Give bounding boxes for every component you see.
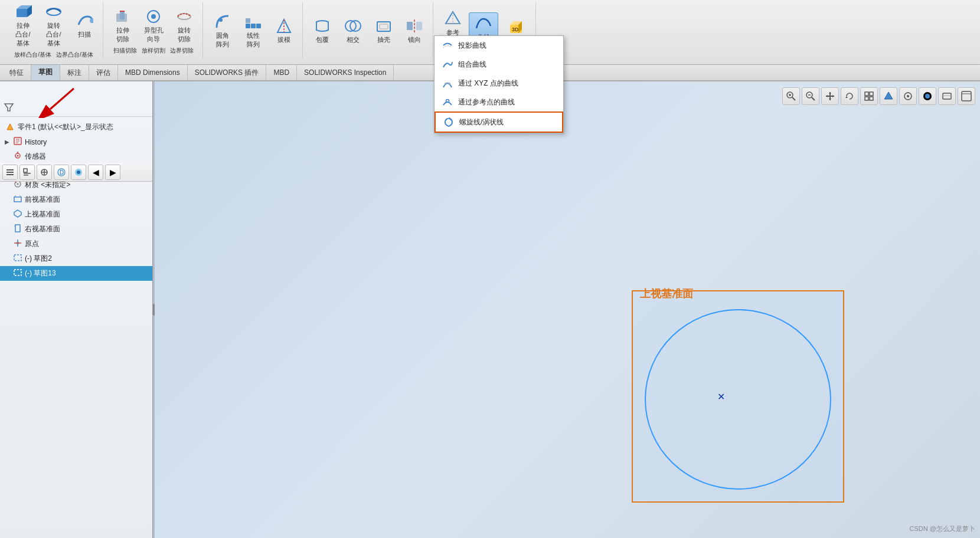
- revolve-cut-btn[interactable]: 旋转 切除: [169, 6, 199, 45]
- red-arrow-annotation: [38, 83, 86, 120]
- scene-btn[interactable]: [938, 87, 956, 105]
- toolbar-row-2: 放样凸台/基体 边界凸台/基体: [12, 50, 95, 60]
- pan-btn[interactable]: [821, 87, 839, 105]
- svg-rect-33: [6, 172, 14, 173]
- intersect-icon: [344, 17, 362, 35]
- toolbar-row-4: 扫描切除 放样切割 边界切除: [112, 46, 195, 55]
- svg-rect-80: [865, 92, 868, 96]
- watermark-text: CSDN @怎么又是萝卜: [910, 525, 975, 532]
- curves-icon: [474, 14, 493, 33]
- top-plane-icon: [13, 209, 22, 220]
- tree-item-sensor[interactable]: 传感器: [0, 149, 152, 164]
- drawing-circle: [645, 309, 831, 490]
- property-manager-btn[interactable]: [19, 165, 35, 180]
- projection-curve-label: 投影曲线: [458, 41, 486, 51]
- config-manager-btn[interactable]: [37, 165, 52, 180]
- view-orient-btn[interactable]: [860, 87, 878, 105]
- rotate-btn[interactable]: [841, 87, 858, 105]
- loft-cut-btn[interactable]: 放样切割: [140, 46, 167, 55]
- extrude-cut-btn[interactable]: 拉伸 切除: [108, 6, 138, 45]
- display-style-btn[interactable]: [880, 87, 897, 105]
- svg-point-88: [925, 94, 930, 99]
- tab-mbd[interactable]: MBD: [266, 65, 297, 80]
- appearance-vp-btn[interactable]: [919, 87, 936, 105]
- refpoint-curve-label: 通过参考点的曲线: [458, 97, 515, 107]
- right-toolbar: [778, 81, 980, 111]
- svg-rect-32: [6, 169, 14, 170]
- dim-expert-btn[interactable]: D: [54, 165, 69, 180]
- dropdown-item-xyz-curve[interactable]: 通过 XYZ 点的曲线: [435, 74, 563, 93]
- svg-marker-60: [14, 210, 21, 217]
- part-name-label: 零件1 (默认<<默认>_显示状态: [18, 122, 113, 132]
- tab-mbd-dimensions[interactable]: MBD Dimensions: [118, 65, 188, 80]
- search-zoom-btn[interactable]: [782, 87, 800, 105]
- draft-btn[interactable]: 拔模: [269, 15, 299, 45]
- appearance-btn[interactable]: [71, 165, 86, 180]
- dropdown-item-composite-curve[interactable]: 组合曲线: [435, 55, 563, 74]
- revolve-boss-label: 旋转: [47, 21, 60, 30]
- intersect-btn[interactable]: 相交: [338, 15, 368, 45]
- curves-dropdown-menu: 投影曲线 组合曲线 通过 XYZ 点的曲线 通过参考点的曲线 螺旋线/涡状线: [434, 35, 564, 133]
- tab-annotation[interactable]: 标注: [60, 65, 89, 80]
- sketch2-label: (-) 草图2: [25, 254, 52, 264]
- sensor-icon: [13, 151, 22, 162]
- tree-item-sketch13[interactable]: (-) 草图13: [0, 266, 152, 281]
- tree-item-history[interactable]: ▶ History: [0, 134, 152, 149]
- fillet-btn[interactable]: 圆角 阵列: [208, 11, 237, 50]
- tab-solidworks-inspection[interactable]: SOLIDWORKS Inspection: [297, 65, 394, 80]
- tree-item-origin[interactable]: 原点: [0, 237, 152, 251]
- drawing-viewport-box: 上视基准面 ✕: [632, 290, 844, 503]
- dropdown-item-projection-curve[interactable]: 投影曲线: [435, 36, 563, 55]
- view-settings-btn[interactable]: [958, 87, 975, 105]
- nav-forward-btn[interactable]: ▶: [105, 165, 120, 180]
- revolve-boss-btn[interactable]: 旋转 凸台/ 基体: [39, 1, 68, 49]
- dropdown-item-refpoint-curve[interactable]: 通过参考点的曲线: [435, 93, 563, 111]
- tree-item-sketch2[interactable]: (-) 草图2: [0, 251, 152, 266]
- linear-pattern-btn[interactable]: 线性 阵列: [239, 11, 268, 50]
- zoom-fit-btn[interactable]: [802, 87, 819, 105]
- boundary-cut-btn[interactable]: 边界切除: [168, 46, 195, 55]
- front-plane-label: 前视基准面: [25, 195, 60, 205]
- svg-rect-83: [870, 97, 873, 100]
- tab-sketch[interactable]: 草图: [31, 65, 60, 80]
- instant3d-icon: 3D: [507, 18, 525, 37]
- drawing-box-label: 上视基准面: [639, 287, 694, 301]
- linear-pattern-icon: [244, 12, 263, 31]
- sweep-btn[interactable]: 扫描: [70, 10, 99, 40]
- hide-show-btn[interactable]: [899, 87, 917, 105]
- watermark: CSDN @怎么又是萝卜: [910, 524, 975, 533]
- svg-point-52: [17, 155, 19, 157]
- boundary-boss-btn[interactable]: 边界凸台/基体: [54, 50, 95, 60]
- sweep-icon: [75, 11, 94, 30]
- tab-solidworks-addins[interactable]: SOLIDWORKS 插件: [188, 65, 267, 80]
- mirror-btn[interactable]: 镜向: [400, 15, 429, 45]
- helix-label: 螺旋线/涡状线: [459, 117, 504, 127]
- svg-point-44: [77, 170, 80, 174]
- svg-rect-57: [14, 197, 21, 202]
- nav-back-btn[interactable]: ◀: [88, 165, 103, 180]
- dropdown-item-helix[interactable]: 螺旋线/涡状线: [435, 111, 563, 133]
- sweep-cut-label: 扫描切除: [113, 47, 137, 55]
- tree-item-front-plane[interactable]: 前视基准面: [0, 192, 152, 207]
- wrap-btn[interactable]: 包覆: [308, 15, 337, 45]
- shell-btn[interactable]: 抽壳: [369, 15, 398, 45]
- svg-point-56: [15, 182, 17, 183]
- svg-point-86: [907, 95, 909, 97]
- svg-marker-77: [826, 95, 828, 97]
- extrude-boss-btn[interactable]: 拉伸 凸台/ 基体: [8, 1, 38, 49]
- extrude-boss-label: 拉伸: [17, 21, 30, 30]
- svg-marker-76: [829, 99, 831, 100]
- feature-group-3: 圆角 阵列 线性 阵列 拔模: [204, 2, 303, 58]
- part-title: 零件1 (默认<<默认>_显示状态: [0, 119, 152, 134]
- tree-item-top-plane[interactable]: 上视基准面: [0, 207, 152, 222]
- sweep-cut-btn[interactable]: 扫描切除: [112, 46, 139, 55]
- loft-boss-btn[interactable]: 放样凸台/基体: [12, 50, 53, 60]
- tree-item-right-plane[interactable]: 右视基准面: [0, 222, 152, 237]
- tab-evaluate[interactable]: 评估: [89, 65, 118, 80]
- svg-point-4: [90, 18, 93, 23]
- hole-wizard-btn[interactable]: 异型孔 向导: [139, 6, 168, 45]
- top-plane-label: 上视基准面: [25, 209, 60, 219]
- feature-tree-btn[interactable]: [2, 165, 18, 180]
- tab-feature[interactable]: 特征: [2, 65, 31, 80]
- revolve-cut-label2: 切除: [178, 35, 191, 44]
